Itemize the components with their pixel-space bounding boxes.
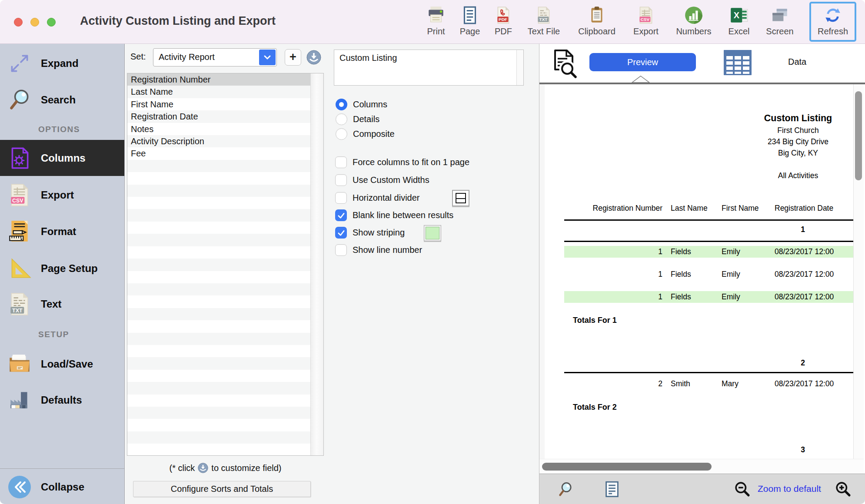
sidebar-item-load-save[interactable]: Load/Save — [0, 347, 124, 381]
zoom-in-icon[interactable] — [835, 481, 852, 500]
zoom-out-icon[interactable] — [734, 481, 752, 500]
field-row-empty[interactable] — [127, 172, 310, 184]
field-row[interactable]: Activity Description — [127, 135, 310, 147]
vertical-scrollbar-thumb[interactable] — [855, 91, 862, 180]
field-row-empty[interactable] — [127, 197, 310, 209]
radio-button[interactable] — [336, 99, 347, 110]
tab-data[interactable]: Data — [788, 57, 806, 67]
field-row[interactable]: Fee — [127, 147, 310, 159]
field-row[interactable]: Notes — [127, 123, 310, 135]
sidebar-item-expand[interactable]: Expand — [0, 46, 124, 81]
radio-details[interactable]: Details — [336, 113, 379, 125]
checkbox[interactable] — [335, 227, 347, 239]
group-number: 2 — [775, 358, 831, 368]
checkbox-show-striping[interactable]: Show striping — [335, 227, 405, 239]
page-left-margin — [539, 84, 545, 459]
toolbar-refresh-button[interactable]: Refresh — [808, 4, 858, 36]
checkbox-force-fit[interactable]: Force columns to fit on 1 page — [335, 156, 469, 168]
field-row-empty[interactable] — [127, 234, 310, 246]
field-row-empty[interactable] — [127, 395, 310, 407]
zoom-window-button[interactable] — [47, 18, 56, 27]
toolbar-numbers-button[interactable]: Numbers — [669, 4, 719, 36]
field-row-empty[interactable] — [127, 259, 310, 271]
report-row: 2 Smith Mary 08/23/2017 12:00 — [564, 378, 853, 390]
sidebar-item-collapse[interactable]: Collapse — [0, 470, 124, 504]
checkbox[interactable] — [335, 209, 347, 221]
field-row-empty[interactable] — [127, 283, 310, 295]
field-row[interactable]: Registration Date — [127, 110, 310, 123]
field-row-empty[interactable] — [127, 271, 310, 283]
tab-preview[interactable]: Preview — [589, 53, 696, 71]
dropdown-chevron-button[interactable] — [259, 50, 276, 65]
horizontal-scrollbar-thumb[interactable] — [542, 463, 712, 471]
checkbox-blank-line[interactable]: Blank line between results — [335, 209, 453, 221]
field-row[interactable]: First Name — [127, 98, 310, 110]
radio-composite[interactable]: Composite — [336, 128, 395, 140]
field-row-empty[interactable] — [127, 407, 310, 419]
sidebar-item-columns[interactable]: Columns — [0, 140, 124, 176]
sidebar-item-page-setup[interactable]: Page Setup — [0, 251, 124, 286]
field-row[interactable]: Registration Number — [127, 73, 310, 86]
field-row-empty[interactable] — [127, 209, 310, 221]
zoom-to-default-link[interactable]: Zoom to default — [758, 484, 821, 494]
checkbox-horizontal-divider[interactable]: Horizontal divider — [335, 192, 420, 204]
set-dropdown[interactable]: Activity Report — [153, 48, 277, 66]
checkbox-custom-widths[interactable]: Use Custom Widths — [335, 174, 429, 186]
radio-columns[interactable]: Columns — [336, 99, 387, 110]
field-list-scrollbar[interactable] — [310, 73, 323, 455]
field-row[interactable]: Last Name — [127, 86, 310, 98]
add-set-button[interactable]: + — [285, 49, 301, 66]
configure-sorts-totals-button[interactable]: Configure Sorts and Totals — [133, 481, 311, 497]
sidebar-section-options: OPTIONS — [38, 125, 80, 134]
toolbar-screen-button[interactable]: Screen — [755, 4, 805, 36]
field-row-empty[interactable] — [127, 333, 310, 345]
field-row-empty[interactable] — [127, 431, 310, 444]
sidebar-item-defaults[interactable]: Defaults — [0, 383, 124, 418]
document-icon[interactable] — [604, 481, 620, 499]
listing-title-scrollbar[interactable] — [516, 50, 523, 85]
striping-color-button[interactable] — [424, 225, 441, 241]
field-row-empty[interactable] — [127, 345, 310, 357]
search-icon — [6, 87, 33, 113]
sidebar-item-search[interactable]: Search — [0, 83, 124, 117]
checkbox[interactable] — [335, 192, 347, 204]
checkbox[interactable] — [335, 174, 347, 186]
field-row-empty[interactable] — [127, 382, 310, 394]
sidebar-item-format[interactable]: Format — [0, 214, 124, 249]
field-row-empty[interactable] — [127, 185, 310, 197]
group-totals: Totals For 2 — [573, 403, 617, 412]
field-row-empty[interactable] — [127, 320, 310, 332]
app-window: Activity Custom Listing and Export Print… — [0, 0, 865, 504]
field-row-empty[interactable] — [127, 370, 310, 382]
field-row-empty[interactable] — [127, 246, 310, 259]
preview-panel: Preview Data Custom Listing First Church… — [539, 44, 865, 504]
field-row-empty[interactable] — [127, 222, 310, 234]
checkbox[interactable] — [335, 244, 347, 256]
field-row-empty[interactable] — [127, 419, 310, 431]
sidebar-item-export[interactable]: CSV Export — [0, 178, 124, 212]
field-row-empty[interactable] — [127, 308, 310, 320]
title-bar: Activity Custom Listing and Export Print… — [0, 0, 865, 44]
close-window-button[interactable] — [14, 18, 23, 27]
magnifier-icon[interactable] — [558, 481, 574, 499]
toolbar-text-file-button[interactable]: TXT Text File — [519, 4, 569, 36]
field-row-empty[interactable] — [127, 295, 310, 308]
toolbar-clipboard-button[interactable]: Clipboard — [572, 4, 622, 36]
radio-button[interactable] — [336, 128, 347, 140]
listing-title-input[interactable]: Custom Listing — [334, 50, 524, 86]
report-row: 1 Fields Emily 08/23/2017 12:00 — [564, 246, 853, 258]
field-row-empty[interactable] — [127, 357, 310, 369]
listing-title-value: Custom Listing — [339, 53, 397, 63]
field-rows: Registration Number Last Name First Name… — [127, 73, 310, 455]
toolbar-export-button[interactable]: CSV Export — [621, 4, 671, 36]
sidebar-item-text[interactable]: TXT Text — [0, 287, 124, 322]
radio-button[interactable] — [336, 113, 347, 125]
data-grid-icon[interactable] — [724, 50, 752, 78]
checkbox[interactable] — [335, 156, 347, 168]
checkbox-show-line-number[interactable]: Show line number — [335, 244, 422, 256]
field-row-empty[interactable] — [127, 444, 310, 455]
minimize-window-button[interactable] — [30, 18, 39, 27]
horizontal-divider-style-button[interactable] — [452, 190, 469, 206]
field-row-empty[interactable] — [127, 160, 310, 172]
customize-field-button[interactable] — [306, 50, 321, 65]
